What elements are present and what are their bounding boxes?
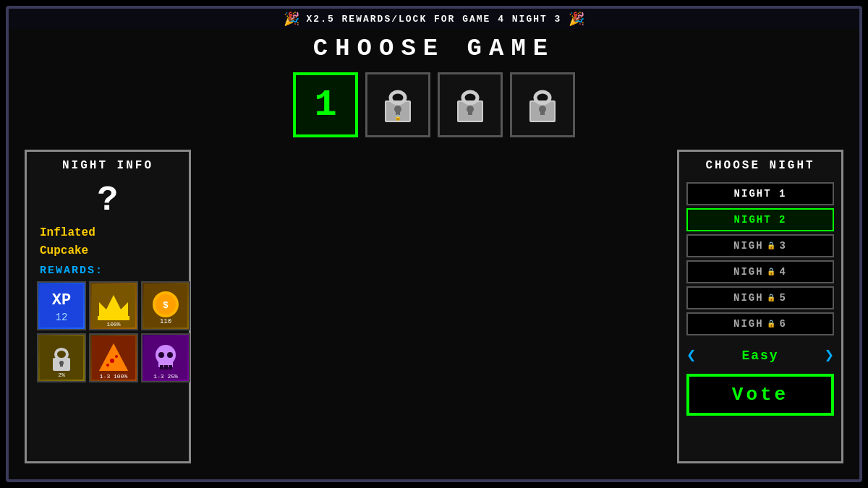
choose-game-title: CHOOSE GAME (313, 35, 555, 62)
night-6-lock-icon: 🔒 (767, 320, 777, 328)
game-slot-4[interactable] (510, 72, 575, 137)
svg-rect-48 (169, 365, 172, 369)
night-info-panel: NIGHT INFO ? Inflated Cupcake REWARDS: X… (25, 150, 191, 463)
skull-reward-icon: 1-3 25% (144, 336, 187, 380)
reward-lock: 2% (37, 333, 86, 382)
lock-reward-icon: 2% (40, 336, 83, 380)
difficulty-left-arrow[interactable]: ❮ (686, 346, 696, 365)
svg-text:100%: 100% (106, 321, 120, 328)
svg-text:$: $ (163, 300, 169, 311)
night-list: NIGHT 1 NIGHT 2 NIGH 🔒 3 NIGH 🔒 4 NIGH (686, 182, 834, 335)
reward-skull: 1-3 25% (141, 333, 190, 382)
rewards-label: REWARDS: (40, 265, 182, 277)
night-4-lock-icon: 🔒 (767, 267, 777, 276)
night-6-label-text: NIGH (733, 318, 764, 330)
night-5-label-text: NIGH (733, 292, 764, 304)
top-banner: 🎉 X2.5 REWARDS/LOCK FOR GAME 4 NIGHT 3 🎉 (9, 9, 859, 29)
svg-rect-15 (540, 109, 545, 115)
night-5-lock-icon: 🔒 (767, 294, 777, 302)
svg-rect-46 (160, 365, 163, 369)
svg-rect-2 (391, 92, 405, 103)
xp-reward-icon: XP 12 (40, 284, 83, 328)
night-2-label: NIGHT 2 (734, 214, 787, 226)
svg-rect-10 (468, 109, 472, 115)
night-item-2[interactable]: NIGHT 2 (686, 208, 834, 231)
svg-point-44 (158, 352, 164, 358)
game-slot-1-number: 1 (314, 84, 336, 127)
night-3-label-text: NIGH (733, 240, 764, 252)
svg-rect-32 (60, 363, 63, 367)
item-name-line1: Inflated (40, 226, 182, 241)
game-slots-row: 1 🔒 (9, 72, 859, 137)
game-slot-3-lock-icon (450, 82, 490, 128)
game-slot-2[interactable]: 🔒 (365, 72, 430, 137)
svg-text:2%: 2% (58, 372, 65, 378)
svg-text:XP: XP (52, 291, 71, 309)
game-slot-2-lock-icon: 🔒 (378, 82, 418, 128)
svg-point-39 (106, 364, 109, 367)
difficulty-row: ❮ Easy ❯ (686, 343, 834, 368)
banner-right-decoration: 🎉 (569, 11, 584, 27)
svg-point-45 (167, 352, 173, 358)
pizza-reward-icon: 1-3 100% (92, 336, 135, 380)
night-6-num: 6 (780, 318, 787, 330)
night-1-label: NIGHT 1 (734, 188, 787, 200)
night-4-label-text: NIGH (733, 266, 764, 278)
page-title-area: CHOOSE GAME (9, 35, 859, 62)
night-item-5[interactable]: NIGH 🔒 5 (686, 286, 834, 309)
night-item-1[interactable]: NIGHT 1 (686, 182, 834, 205)
coin-reward-icon: $ 110 (144, 284, 187, 328)
game-slot-3[interactable] (438, 72, 503, 137)
rewards-grid: XP 12 100% $ (34, 281, 182, 382)
choose-night-title: CHOOSE NIGHT (686, 159, 834, 172)
reward-crown: 100% (89, 281, 138, 330)
svg-point-37 (110, 359, 114, 363)
choose-night-panel: CHOOSE NIGHT NIGHT 1 NIGHT 2 NIGH 🔒 3 NI… (677, 150, 843, 463)
night-info-icon: ? (34, 181, 182, 220)
night-3-lock-icon: 🔒 (767, 241, 777, 250)
night-5-num: 5 (780, 292, 787, 304)
banner-left-decoration: 🎉 (284, 11, 299, 27)
reward-xp: XP 12 (37, 281, 86, 330)
vote-button[interactable]: Vote (686, 374, 834, 416)
night-item-6[interactable]: NIGH 🔒 6 (686, 312, 834, 335)
night-item-3[interactable]: NIGH 🔒 3 (686, 234, 834, 257)
banner-text: X2.5 REWARDS/LOCK FOR GAME 4 NIGHT 3 (307, 14, 562, 25)
svg-point-38 (115, 355, 118, 358)
night-3-num: 3 (780, 240, 787, 252)
night-item-4[interactable]: NIGH 🔒 4 (686, 260, 834, 283)
svg-text:12: 12 (56, 312, 68, 323)
difficulty-label: Easy (741, 348, 778, 363)
svg-rect-13 (535, 92, 550, 103)
svg-text:🔒: 🔒 (394, 114, 401, 121)
outer-border: 🎉 X2.5 REWARDS/LOCK FOR GAME 4 NIGHT 3 🎉… (6, 6, 862, 482)
game-slot-4-lock-icon (522, 82, 563, 128)
crown-reward-icon: 100% (92, 284, 135, 328)
svg-text:110: 110 (160, 318, 171, 325)
svg-rect-21 (98, 316, 129, 320)
game-slot-1[interactable]: 1 (293, 72, 358, 137)
difficulty-right-arrow[interactable]: ❯ (825, 346, 834, 365)
item-name-line2: Cupcake (40, 244, 182, 259)
svg-rect-47 (164, 365, 168, 369)
svg-text:1-3 100%: 1-3 100% (100, 373, 128, 380)
night-4-num: 4 (780, 266, 787, 278)
svg-text:1-3 25%: 1-3 25% (153, 373, 178, 380)
reward-pizza: 1-3 100% (89, 333, 138, 382)
night-info-title: NIGHT INFO (34, 159, 182, 172)
reward-coin: $ 110 (141, 281, 190, 330)
svg-rect-8 (463, 92, 477, 103)
